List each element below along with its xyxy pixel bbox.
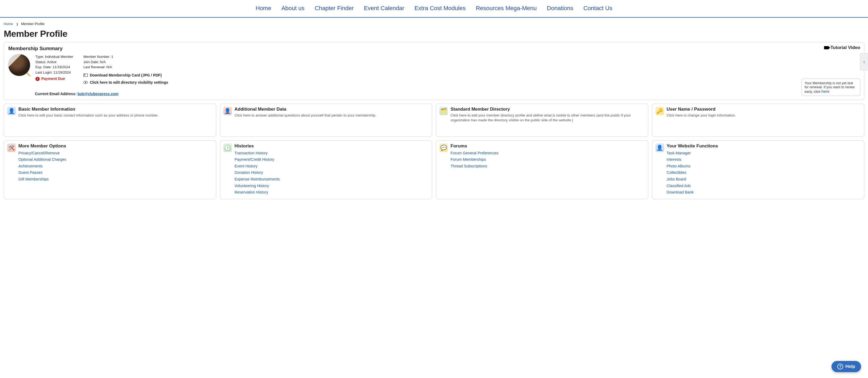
membership-summary-heading: Membership Summary xyxy=(8,45,860,52)
card-title: Basic Member Information xyxy=(19,107,213,112)
card-more-member-options: 🛠️ More Member Options Privacy/Cancel/Re… xyxy=(4,140,216,199)
membership-summary-panel: Membership Summary Tutorial Video ✏️ Typ… xyxy=(4,42,864,100)
link-payment-credit-history[interactable]: Payment/Credit History xyxy=(235,157,274,162)
renew-early-notice: Your Membership is not yet due for renew… xyxy=(802,78,860,96)
link-transaction-history[interactable]: Transaction History xyxy=(235,151,268,155)
card-desc: Click here to change your login informat… xyxy=(667,113,861,118)
card-links: Task Manager Interests Photo Albums Coll… xyxy=(667,150,861,196)
link-achievements[interactable]: Achievements xyxy=(19,164,43,168)
visibility-settings-label: Click here to edit directory visibility … xyxy=(90,80,168,85)
link-guest-passes[interactable]: Guest Passes xyxy=(19,170,42,175)
right-drawer-toggle[interactable]: ‹ xyxy=(860,53,868,70)
download-card-label: Download Membership Card (JPG / PDF) xyxy=(90,72,162,78)
payment-due-badge[interactable]: ! Payment Due xyxy=(35,76,73,82)
card-member-directory[interactable]: 🗂️ Standard Member Directory Click here … xyxy=(436,104,648,137)
nav-extra-cost[interactable]: Extra Cost Modules xyxy=(414,5,466,12)
last-login-value: 11/19/2024 xyxy=(53,70,71,74)
card-additional-member-data[interactable]: 👤 Additional Member Data Click here to a… xyxy=(220,104,432,137)
card-title: Your Website Functions xyxy=(667,144,861,149)
link-forum-general-preferences[interactable]: Forum General Preferences xyxy=(451,151,498,155)
last-renewal-label: Last Renewal: xyxy=(84,65,105,69)
card-grid-row1: 👤 Basic Member Information Click here to… xyxy=(4,104,864,137)
member-number-value: 1 xyxy=(111,55,113,59)
alert-icon: ! xyxy=(35,77,40,81)
nav-contact-us[interactable]: Contact Us xyxy=(583,5,612,12)
nav-home[interactable]: Home xyxy=(256,5,271,12)
join-date-value: N/A xyxy=(100,60,106,64)
id-card-icon xyxy=(84,73,88,77)
member-meta-col2: Member Number: 1 Join Date: N/A Last Ren… xyxy=(84,54,168,85)
last-login-label: Last Login: xyxy=(35,70,53,74)
nav-event-calendar[interactable]: Event Calendar xyxy=(364,5,404,12)
card-title: Forums xyxy=(451,144,645,149)
link-collectibles[interactable]: Collectibles xyxy=(667,170,686,175)
clock-history-icon: 🕒 xyxy=(223,144,232,152)
card-links: Transaction History Payment/Credit Histo… xyxy=(235,150,429,196)
link-forum-memberships[interactable]: Forum Memberships xyxy=(451,157,486,162)
link-gift-memberships[interactable]: Gift Memberships xyxy=(19,177,49,181)
member-meta-col1: Type: Individual Member Status: Active E… xyxy=(35,54,73,82)
chevron-left-icon: ‹ xyxy=(864,59,865,65)
join-date-label: Join Date: xyxy=(84,60,99,64)
breadcrumb-home[interactable]: Home xyxy=(4,22,13,26)
breadcrumb: Home ❯ Member Profile xyxy=(4,20,864,27)
person-gear-icon: 👤 xyxy=(655,144,664,152)
card-desc: Click here to answer additional question… xyxy=(235,113,429,118)
last-renewal-value: N/A xyxy=(106,65,112,69)
card-title: User Name / Password xyxy=(667,107,861,112)
nav-about-us[interactable]: About us xyxy=(281,5,304,12)
renew-message: Your Membership is not yet due for renew… xyxy=(805,81,855,94)
type-value: Individual Member xyxy=(45,55,73,59)
card-histories: 🕒 Histories Transaction History Payment/… xyxy=(220,140,432,199)
person-plus-icon: 👤 xyxy=(223,107,232,115)
tutorial-video-link[interactable]: Tutorial Video xyxy=(824,45,860,51)
gear-card-icon: 🛠️ xyxy=(7,144,16,152)
status-value: Active xyxy=(47,60,56,64)
link-photo-albums[interactable]: Photo Albums xyxy=(667,164,690,168)
link-task-manager[interactable]: Task Manager xyxy=(667,151,691,155)
card-desc: Click here to edit your member directory… xyxy=(451,113,645,123)
eye-icon xyxy=(84,81,88,84)
nav-donations[interactable]: Donations xyxy=(547,5,573,12)
avatar[interactable]: ✏️ xyxy=(8,54,30,76)
chevron-right-icon: ❯ xyxy=(16,22,19,26)
card-basic-member-info[interactable]: 👤 Basic Member Information Click here to… xyxy=(4,104,216,137)
card-title: More Member Options xyxy=(19,144,213,149)
person-card-icon: 👤 xyxy=(7,107,16,115)
visibility-settings-link[interactable]: Click here to edit directory visibility … xyxy=(84,80,168,85)
link-privacy-cancel-remove[interactable]: Privacy/Cancel/Remove xyxy=(19,151,60,155)
link-event-history[interactable]: Event History xyxy=(235,164,257,168)
nav-resources[interactable]: Resources Mega-Menu xyxy=(476,5,537,12)
card-title: Standard Member Directory xyxy=(451,107,645,112)
top-nav: Home About us Chapter Finder Event Calen… xyxy=(0,0,868,18)
link-thread-subscriptions[interactable]: Thread Subscriptions xyxy=(451,164,487,168)
link-classified-ads[interactable]: Classified Ads xyxy=(667,184,691,188)
link-donation-history[interactable]: Donation History xyxy=(235,170,263,175)
card-links: Forum General Preferences Forum Membersh… xyxy=(451,150,645,169)
current-email: Current Email Address: bob@clubexpress.c… xyxy=(35,92,860,96)
link-jobs-board[interactable]: Jobs Board xyxy=(667,177,686,181)
download-card-link[interactable]: Download Membership Card (JPG / PDF) xyxy=(84,72,168,78)
status-label: Status: xyxy=(35,60,46,64)
page-title: Member Profile xyxy=(4,29,864,39)
renew-here-link[interactable]: here xyxy=(822,89,829,94)
video-icon xyxy=(824,46,829,49)
key-icon: 🔑 xyxy=(655,107,664,115)
card-grid-row2: 🛠️ More Member Options Privacy/Cancel/Re… xyxy=(4,140,864,199)
card-website-functions: 👤 Your Website Functions Task Manager In… xyxy=(652,140,865,199)
link-reservation-history[interactable]: Reservation History xyxy=(235,190,269,194)
link-optional-additional-charges[interactable]: Optional Additional Charges xyxy=(19,157,66,162)
card-username-password[interactable]: 🔑 User Name / Password Click here to cha… xyxy=(652,104,865,137)
edit-pencil-icon[interactable]: ✏️ xyxy=(26,72,31,76)
link-interests[interactable]: Interests xyxy=(667,157,682,162)
nav-chapter-finder[interactable]: Chapter Finder xyxy=(315,5,354,12)
tutorial-video-label: Tutorial Video xyxy=(830,45,860,51)
email-link[interactable]: bob@clubexpress.com xyxy=(78,92,119,96)
chat-bubbles-icon: 💬 xyxy=(439,144,448,152)
card-links: Privacy/Cancel/Remove Optional Additiona… xyxy=(19,150,213,183)
link-download-bank[interactable]: Download Bank xyxy=(667,190,694,194)
card-desc: Click here to edit your basic contact in… xyxy=(19,113,213,118)
exp-date-label: Exp. Date: xyxy=(35,65,52,69)
link-volunteering-history[interactable]: Volunteering History xyxy=(235,184,269,188)
link-expense-reimbursements[interactable]: Expense Reimbursements xyxy=(235,177,280,181)
